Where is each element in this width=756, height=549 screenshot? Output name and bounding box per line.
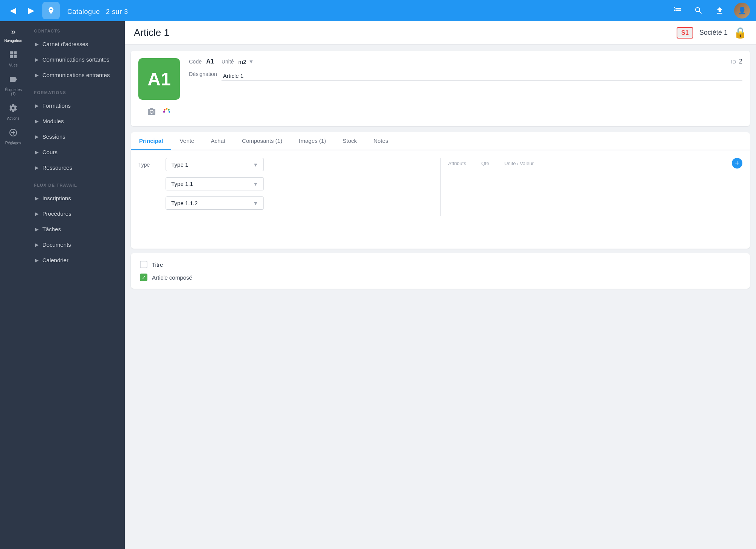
checkbox-article-compose[interactable]: ✓ [140,274,147,281]
nav-item-actions[interactable]: Actions [1,101,25,124]
tab-composants[interactable]: Composants (1) [234,132,291,150]
tab-content-principal: Type Type 1 ▼ Type 1.1 ▼ [131,150,750,249]
id-label: ID [731,59,736,65]
sidebar-section-contacts: CONTACTS [26,21,125,36]
attr-header: Attributs Qté Unité / Valeur + [448,158,743,169]
upload-icon-button[interactable] [713,4,727,17]
chevron-icon: ▶ [35,165,39,170]
avatar[interactable]: 👤 [734,3,750,19]
sidebar-item-ressources[interactable]: ▶ Ressources [26,160,125,175]
tab-stock[interactable]: Stock [335,132,366,150]
tabs-row: Principal Vente Achat Composants (1) Ima… [131,132,750,150]
camera-icon-button[interactable] [147,107,156,119]
sidebar-item-inscriptions[interactable]: ▶ Inscriptions [26,190,125,206]
sidebar-section-flux: FLUX DE TRAVAIL [26,175,125,190]
society-badge-button[interactable]: S1 [677,27,693,39]
unite-value: m2 [239,59,246,65]
tab-achat[interactable]: Achat [203,132,234,150]
nav-item-vues[interactable]: Vues [1,47,25,70]
attr-cols: Attributs Qté Unité / Valeur [448,161,534,166]
type-dropdown-3[interactable]: Type 1.1.2 ▼ [166,196,264,210]
type-dropdown-2[interactable]: Type 1.1 ▼ [166,177,264,190]
svg-point-3 [169,111,170,113]
attr-unite-valeur-col: Unité / Valeur [504,161,534,166]
sidebar: CONTACTS ▶ Carnet d'adresses ▶ Communica… [26,21,125,549]
chevron-icon: ▶ [35,196,39,201]
id-block: ID 2 [731,58,742,65]
forward-button[interactable]: ▶ [24,4,38,17]
chevron-down-icon: ▼ [253,162,258,168]
svg-point-0 [164,109,166,111]
article-top: A1 [138,58,742,119]
nav-item-etiquettes[interactable]: Étiquettes (1) [1,72,25,99]
id-value: 2 [739,58,742,65]
sidebar-section-formations: FORMATIONS [26,83,125,98]
tab-vente[interactable]: Vente [171,132,202,150]
sidebar-item-comm-sortantes[interactable]: ▶ Communications sortantes [26,52,125,67]
type-label: Type [138,162,161,168]
navigation-icon: » [11,27,15,37]
list-icon-button[interactable] [671,4,684,17]
sidebar-item-taches[interactable]: ▶ Tâches [26,221,125,237]
chevron-icon: ▶ [35,211,39,217]
chevron-icon: ▶ [35,57,39,62]
nav-item-reglages[interactable]: Réglages [1,125,25,148]
plus-circle-icon [9,128,18,139]
svg-point-2 [168,109,170,111]
tab-principal[interactable]: Principal [131,132,171,150]
chevron-down-icon: ▼ [253,181,258,187]
sidebar-item-carnet[interactable]: ▶ Carnet d'adresses [26,36,125,52]
checkbox-titre[interactable] [140,261,147,268]
checkbox-article-compose-label: Article composé [152,274,192,281]
type-row-3: Type 1.1.2 ▼ [138,196,433,210]
app-layout: » Navigation Vues Étiquettes (1) [0,21,756,549]
code-value: A1 [206,58,214,65]
sidebar-item-cours[interactable]: ▶ Cours [26,144,125,160]
search-icon-button[interactable] [692,4,705,17]
gear-icon [9,104,18,115]
sidebar-item-modules[interactable]: ▶ Modules [26,113,125,129]
nav-item-navigation[interactable]: » Navigation [1,24,25,46]
svg-point-4 [163,111,165,113]
tab-images[interactable]: Images (1) [291,132,335,150]
designation-input[interactable] [222,71,742,81]
type-section: Type Type 1 ▼ Type 1.1 ▼ [138,158,433,216]
lock-icon[interactable]: 🔒 [734,26,747,39]
main-content: Article 1 S1 Société 1 🔒 A1 [125,21,756,549]
chevron-icon: ▶ [35,150,39,155]
unite-label: Unité [222,59,234,65]
tab-notes[interactable]: Notes [365,132,397,150]
label-icon [9,75,18,86]
location-button[interactable] [42,2,60,19]
code-label: Code [189,59,201,65]
topbar-right: 👤 [671,3,750,19]
code-group: Code A1 [189,58,214,65]
type-dropdown-1[interactable]: Type 1 ▼ [166,158,264,171]
chevron-icon: ▶ [35,103,39,108]
sidebar-item-procedures[interactable]: ▶ Procédures [26,206,125,221]
chevron-icon: ▶ [35,258,39,263]
sidebar-item-documents[interactable]: ▶ Documents [26,237,125,252]
attr-qte-col: Qté [481,161,489,166]
sidebar-item-sessions[interactable]: ▶ Sessions [26,129,125,144]
article-title: Article 1 [134,27,169,39]
sidebar-item-calendrier[interactable]: ▶ Calendrier [26,252,125,268]
designation-label: Désignation [189,71,217,77]
chevron-icon: ▶ [35,73,39,78]
chevron-icon: ▶ [35,242,39,247]
sidebar-item-comm-entrantes[interactable]: ▶ Communications entrantes [26,67,125,83]
topbar-left: ◀ ▶ Catalogue 2 sur 3 [6,2,128,19]
type-row-2: Type 1.1 ▼ [138,177,433,190]
article-avatar: A1 [138,58,180,100]
unite-select[interactable]: m2 ▼ [239,59,254,65]
add-attribute-button[interactable]: + [732,158,742,169]
tab-inner: Type Type 1 ▼ Type 1.1 ▼ [138,158,742,216]
color-palette-icon-button[interactable] [162,107,171,119]
article-avatar-section: A1 [138,58,180,119]
designation-row: Désignation [189,71,742,81]
article-card: A1 [131,51,750,126]
chevron-icon: ▶ [35,134,39,139]
back-button[interactable]: ◀ [6,4,20,17]
sidebar-item-formations[interactable]: ▶ Formations [26,98,125,113]
grid-icon [9,50,18,62]
